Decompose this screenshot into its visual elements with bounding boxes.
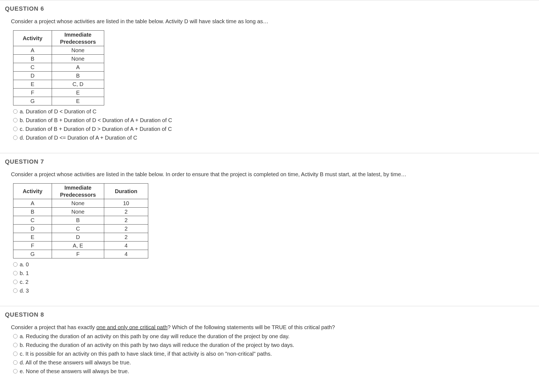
cell: C, D bbox=[52, 80, 104, 89]
q6-option-d-label: d. Duration of D <= Duration of A + Dura… bbox=[20, 133, 137, 142]
q8-option-d[interactable]: d. All of the these answers will always … bbox=[13, 358, 534, 367]
q7-header-predecessors: Immediate Predecessors bbox=[52, 184, 104, 199]
cell: F bbox=[13, 89, 52, 97]
q7-option-c[interactable]: c. 2 bbox=[13, 278, 534, 286]
cell: E bbox=[52, 97, 104, 105]
q8-radio-c[interactable] bbox=[13, 352, 18, 356]
question-7-prompt: Consider a project whose activities are … bbox=[11, 170, 534, 178]
q7-header-activity: Activity bbox=[13, 184, 52, 199]
q7-radio-c[interactable] bbox=[13, 280, 18, 284]
table-row: CA bbox=[13, 63, 104, 72]
q8-option-b-label: b. Reducing the duration of an activity … bbox=[20, 341, 294, 349]
cell: F bbox=[52, 250, 104, 258]
q7-option-a[interactable]: a. 0 bbox=[13, 260, 534, 269]
q6-radio-a[interactable] bbox=[13, 109, 18, 114]
cell: G bbox=[13, 97, 52, 105]
q7-option-a-label: a. 0 bbox=[20, 260, 29, 269]
table-row: FA, E4 bbox=[13, 241, 148, 250]
q7-option-b[interactable]: b. 1 bbox=[13, 269, 534, 278]
cell: E bbox=[13, 233, 52, 241]
cell: C bbox=[13, 216, 52, 225]
cell: A bbox=[52, 63, 104, 72]
cell: E bbox=[52, 89, 104, 97]
q8-option-c[interactable]: c. It is possible for an activity on thi… bbox=[13, 349, 534, 358]
cell: D bbox=[13, 72, 52, 80]
q8-option-a-label: a. Reducing the duration of an activity … bbox=[20, 332, 290, 341]
table-row: ANone10 bbox=[13, 199, 148, 208]
question-6-table: Activity Immediate Predecessors ANone BN… bbox=[13, 30, 104, 105]
table-row: GE bbox=[13, 97, 104, 105]
q7-radio-a[interactable] bbox=[13, 262, 18, 267]
table-row: ED2 bbox=[13, 233, 148, 241]
q8-prompt-underline: one and only one critical path bbox=[96, 324, 167, 330]
q6-option-b-label: b. Duration of B + Duration of D < Durat… bbox=[20, 116, 172, 125]
q8-option-c-label: c. It is possible for an activity on thi… bbox=[20, 349, 272, 358]
cell: None bbox=[52, 208, 104, 216]
table-row: DC2 bbox=[13, 225, 148, 233]
q6-radio-c[interactable] bbox=[13, 127, 18, 131]
cell: None bbox=[52, 46, 104, 55]
cell: C bbox=[13, 63, 52, 72]
q7-radio-d[interactable] bbox=[13, 288, 18, 293]
q8-radio-e[interactable] bbox=[13, 369, 18, 373]
q7-option-c-label: c. 2 bbox=[20, 278, 28, 286]
cell: A bbox=[13, 46, 52, 55]
cell: None bbox=[52, 199, 104, 208]
q8-option-b[interactable]: b. Reducing the duration of an activity … bbox=[13, 341, 534, 349]
cell: 2 bbox=[104, 225, 148, 233]
question-8-title: QUESTION 8 bbox=[5, 311, 534, 318]
cell: 4 bbox=[104, 241, 148, 250]
cell: B bbox=[52, 216, 104, 225]
q8-radio-b[interactable] bbox=[13, 343, 18, 347]
q8-option-d-label: d. All of the these answers will always … bbox=[20, 358, 131, 367]
q6-option-d[interactable]: d. Duration of D <= Duration of A + Dura… bbox=[13, 133, 534, 142]
q7-option-d-label: d. 3 bbox=[20, 286, 29, 295]
q8-prompt-pre: Consider a project that has exactly bbox=[11, 324, 96, 330]
table-row: FE bbox=[13, 89, 104, 97]
cell: 2 bbox=[104, 216, 148, 225]
cell: B bbox=[13, 55, 52, 63]
cell: D bbox=[52, 233, 104, 241]
table-row: DB bbox=[13, 72, 104, 80]
q6-option-b[interactable]: b. Duration of B + Duration of D < Durat… bbox=[13, 116, 534, 125]
q8-option-e-label: e. None of these answers will always be … bbox=[20, 367, 129, 376]
q6-header-predecessors: Immediate Predecessors bbox=[52, 31, 104, 46]
question-8: QUESTION 8 Consider a project that has e… bbox=[0, 306, 539, 387]
question-6-title: QUESTION 6 bbox=[5, 5, 534, 12]
table-row: BNone2 bbox=[13, 208, 148, 216]
q6-radio-d[interactable] bbox=[13, 135, 18, 140]
table-row: ANone bbox=[13, 46, 104, 55]
q7-option-d[interactable]: d. 3 bbox=[13, 286, 534, 295]
cell: F bbox=[13, 241, 52, 250]
q8-radio-d[interactable] bbox=[13, 360, 18, 365]
cell: A, E bbox=[52, 241, 104, 250]
q6-radio-b[interactable] bbox=[13, 118, 18, 122]
cell: 2 bbox=[104, 233, 148, 241]
cell: G bbox=[13, 250, 52, 258]
cell: 10 bbox=[104, 199, 148, 208]
cell: E bbox=[13, 80, 52, 89]
q6-option-a[interactable]: a. Duration of D < Duration of C bbox=[13, 107, 534, 116]
q8-option-a[interactable]: a. Reducing the duration of an activity … bbox=[13, 332, 534, 341]
q7-header-duration: Duration bbox=[104, 184, 148, 199]
question-6-options: a. Duration of D < Duration of C b. Dura… bbox=[13, 107, 534, 142]
q7-option-b-label: b. 1 bbox=[20, 269, 29, 278]
q8-radio-a[interactable] bbox=[13, 334, 18, 338]
cell: 2 bbox=[104, 208, 148, 216]
q8-option-e[interactable]: e. None of these answers will always be … bbox=[13, 367, 534, 376]
q6-header-activity: Activity bbox=[13, 31, 52, 46]
cell: D bbox=[13, 225, 52, 233]
q6-option-c-label: c. Duration of B + Duration of D > Durat… bbox=[20, 125, 172, 133]
q6-option-a-label: a. Duration of D < Duration of C bbox=[20, 107, 97, 116]
q8-prompt-post: ? Which of the following statements will… bbox=[168, 324, 335, 330]
cell: B bbox=[13, 208, 52, 216]
cell: None bbox=[52, 55, 104, 63]
question-7-table: Activity Immediate Predecessors Duration… bbox=[13, 183, 148, 258]
question-7-options: a. 0 b. 1 c. 2 d. 3 bbox=[13, 260, 534, 295]
q7-radio-b[interactable] bbox=[13, 271, 18, 275]
cell: 4 bbox=[104, 250, 148, 258]
question-7: QUESTION 7 Consider a project whose acti… bbox=[0, 153, 539, 306]
table-row: GF4 bbox=[13, 250, 148, 258]
table-row: BNone bbox=[13, 55, 104, 63]
q6-option-c[interactable]: c. Duration of B + Duration of D > Durat… bbox=[13, 125, 534, 133]
